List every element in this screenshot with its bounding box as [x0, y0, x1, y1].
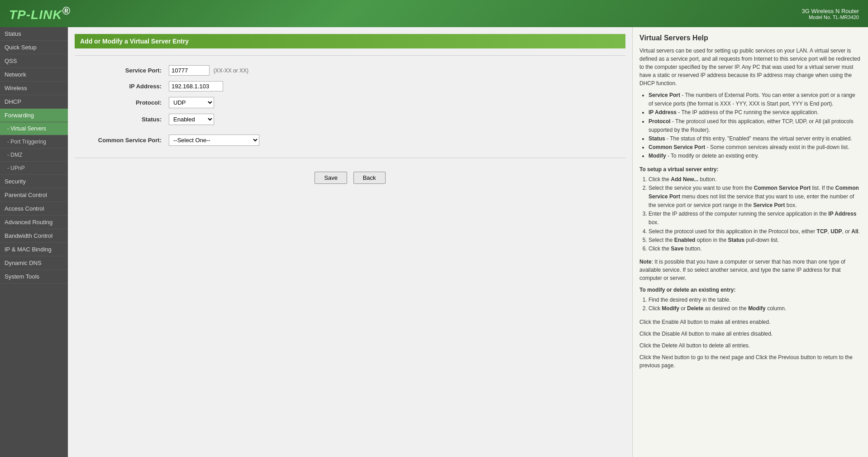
- button-row: Save Back: [75, 165, 625, 191]
- sidebar-item-port-triggering[interactable]: - Port Triggering: [0, 135, 68, 149]
- logo: TP-LINK®: [9, 5, 71, 22]
- setup-title: To setup a virtual server entry:: [639, 165, 861, 173]
- protocol-cell: TCP UDP All: [165, 94, 625, 111]
- form-divider-bottom: [75, 158, 625, 158]
- setup-step-2: Select the service you want to use from …: [649, 184, 861, 210]
- sidebar-item-wireless[interactable]: Wireless: [0, 82, 68, 95]
- help-list-item-2: IP Address - The IP address of the PC ru…: [649, 108, 861, 117]
- sidebar-item-dhcp[interactable]: DHCP: [0, 95, 68, 109]
- help-title: Virtual Servers Help: [639, 34, 861, 42]
- protocol-label: Protocol:: [75, 94, 165, 111]
- setup-steps: Click the Add New... button. Select the …: [649, 175, 861, 254]
- delete-all-text: Click the Delete All button to delete al…: [639, 342, 861, 350]
- modify-title: To modify or delete an existing entry:: [639, 286, 861, 294]
- help-intro: Virtual servers can be used for setting …: [639, 47, 861, 87]
- main-layout: StatusQuick SetupQSSNetworkWirelessDHCPF…: [0, 27, 868, 457]
- sidebar-item-advanced-routing[interactable]: Advanced Routing: [0, 216, 68, 229]
- sidebar-item-quick-setup[interactable]: Quick Setup: [0, 41, 68, 54]
- model-number: Model No. TL-MR3420: [802, 14, 859, 20]
- sidebar-item-upnp[interactable]: - UPnP: [0, 162, 68, 175]
- service-port-input[interactable]: [169, 65, 210, 76]
- sidebar-item-forwarding[interactable]: Forwarding: [0, 109, 68, 122]
- common-service-label: Common Service Port:: [75, 128, 165, 149]
- status-label: Status:: [75, 111, 165, 128]
- ip-address-input[interactable]: [169, 81, 223, 91]
- section-title: Add or Modify a Virtual Server Entry: [80, 38, 189, 45]
- sidebar-item-parental-control[interactable]: Parental Control: [0, 188, 68, 202]
- common-service-row: Common Service Port: --Select One-- FTP …: [75, 128, 625, 149]
- setup-step-3: Enter the IP address of the computer run…: [649, 210, 861, 227]
- help-list: Service Port - The numbers of External P…: [649, 91, 861, 161]
- sidebar-item-network[interactable]: Network: [0, 68, 68, 82]
- back-button[interactable]: Back: [353, 172, 386, 184]
- sidebar-item-dmz[interactable]: - DMZ: [0, 149, 68, 162]
- ip-address-row: IP Address:: [75, 78, 625, 94]
- sidebar-item-security[interactable]: Security: [0, 175, 68, 188]
- section-header: Add or Modify a Virtual Server Entry: [75, 34, 625, 48]
- sidebar-item-access-control[interactable]: Access Control: [0, 202, 68, 216]
- service-port-label: Service Port:: [75, 63, 165, 78]
- help-list-item-5: Common Service Port - Some common servic…: [649, 143, 861, 152]
- status-row: Status: Enabled Disabled: [75, 111, 625, 128]
- service-port-cell: (XX-XX or XX): [165, 63, 625, 78]
- setup-step-1: Click the Add New... button.: [649, 175, 861, 184]
- router-info: 3G Wireless N Router Model No. TL-MR3420: [802, 8, 859, 20]
- setup-step-4: Select the protocol used for this applic…: [649, 227, 861, 236]
- protocol-row: Protocol: TCP UDP All: [75, 94, 625, 111]
- modify-step-2: Click Modify or Delete as desired on the…: [649, 304, 861, 313]
- service-port-hint: (XX-XX or XX): [214, 67, 248, 74]
- header: TP-LINK® 3G Wireless N Router Model No. …: [0, 0, 868, 27]
- logo-symbol: ®: [62, 5, 70, 17]
- status-cell: Enabled Disabled: [165, 111, 625, 128]
- common-service-cell: --Select One-- FTP HTTP HTTPS Telnet SMT…: [165, 128, 625, 149]
- content-area: Add or Modify a Virtual Server Entry Ser…: [68, 27, 868, 457]
- help-panel: Virtual Servers Help Virtual servers can…: [633, 27, 868, 457]
- logo-text: TP-LINK: [9, 8, 62, 22]
- next-prev-text: Click the Next button to go to the next …: [639, 353, 861, 370]
- ip-address-label: IP Address:: [75, 78, 165, 94]
- status-select[interactable]: Enabled Disabled: [169, 114, 214, 125]
- sidebar: StatusQuick SetupQSSNetworkWirelessDHCPF…: [0, 27, 68, 457]
- sidebar-item-status[interactable]: Status: [0, 27, 68, 41]
- enable-all-text: Click the Enable All button to make all …: [639, 318, 861, 326]
- help-list-item-4: Status - The status of this entry. "Enab…: [649, 135, 861, 143]
- setup-step-6: Click the Save button.: [649, 245, 861, 253]
- sidebar-item-ip-mac-binding[interactable]: IP & MAC Binding: [0, 243, 68, 256]
- form-divider: [75, 55, 625, 56]
- help-list-item-1: Service Port - The numbers of External P…: [649, 91, 861, 108]
- service-port-row: Service Port: (XX-XX or XX): [75, 63, 625, 78]
- sidebar-item-system-tools[interactable]: System Tools: [0, 270, 68, 284]
- protocol-select[interactable]: TCP UDP All: [169, 97, 214, 108]
- main-panel: Add or Modify a Virtual Server Entry Ser…: [68, 27, 633, 457]
- help-list-item-6: Modify - To modify or delete an existing…: [649, 152, 861, 160]
- setup-step-5: Select the Enabled option in the Status …: [649, 236, 861, 245]
- sidebar-item-bandwidth-control[interactable]: Bandwidth Control: [0, 229, 68, 243]
- sidebar-item-virtual-servers[interactable]: - Virtual Servers: [0, 122, 68, 135]
- help-list-item-3: Protocol - The protocol used for this ap…: [649, 117, 861, 135]
- modify-steps: Find the desired entry in the table. Cli…: [649, 296, 861, 313]
- disable-all-text: Click the Disable All button to make all…: [639, 330, 861, 338]
- sidebar-item-qss[interactable]: QSS: [0, 54, 68, 68]
- router-name: 3G Wireless N Router: [802, 8, 859, 14]
- save-button[interactable]: Save: [315, 172, 347, 184]
- help-note: Note: It is possible that you have a com…: [639, 258, 861, 282]
- sidebar-item-dynamic-dns[interactable]: Dynamic DNS: [0, 256, 68, 270]
- ip-address-cell: [165, 78, 625, 94]
- form-table: Service Port: (XX-XX or XX) IP Address: …: [75, 63, 625, 149]
- common-service-select[interactable]: --Select One-- FTP HTTP HTTPS Telnet SMT…: [169, 135, 259, 146]
- modify-step-1: Find the desired entry in the table.: [649, 296, 861, 304]
